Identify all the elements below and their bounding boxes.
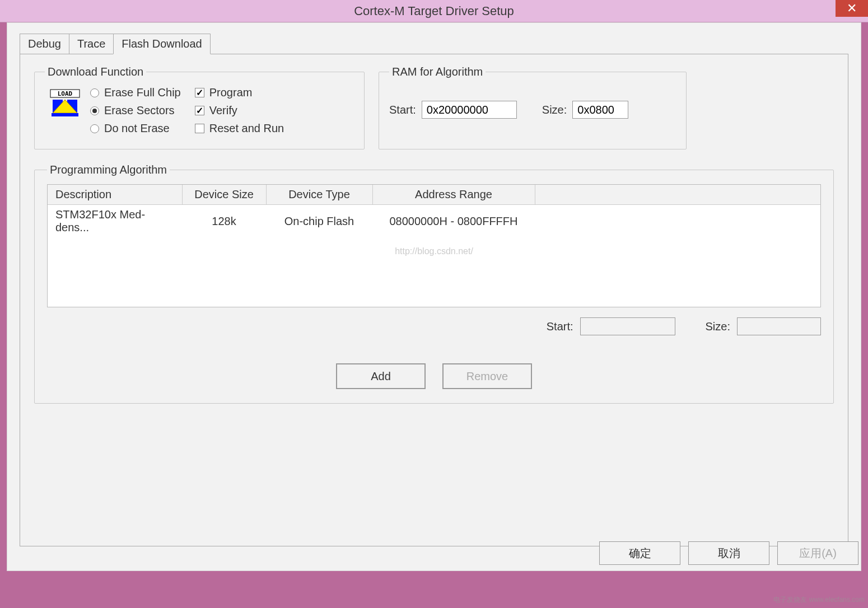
titlebar: Cortex-M Target Driver Setup ✕ — [0, 0, 868, 22]
cell-description: STM32F10x Med-dens... — [48, 205, 182, 238]
dialog-footer: 确定 取消 应用(A) — [599, 541, 858, 565]
tab-trace[interactable]: Trace — [69, 34, 114, 54]
tab-flash-download[interactable]: Flash Download — [113, 34, 210, 54]
cancel-button[interactable]: 取消 — [688, 541, 769, 565]
alg-start-input — [580, 317, 675, 335]
col-device-size[interactable]: Device Size — [182, 185, 266, 205]
check-reset-and-run[interactable]: Reset and Run — [195, 122, 284, 135]
radio-do-not-erase[interactable]: Do not Erase — [90, 122, 181, 135]
alg-size-label: Size: — [706, 320, 730, 333]
checkbox-icon — [195, 88, 204, 97]
check-verify[interactable]: Verify — [195, 104, 284, 117]
download-function-group: Download Function LOAD Erase Full Chip — [34, 66, 365, 149]
watermark-text: http://blog.csdn.net/ — [48, 246, 820, 256]
svg-text:LOAD: LOAD — [58, 90, 73, 97]
radio-icon — [90, 88, 99, 97]
col-description[interactable]: Description — [48, 185, 182, 205]
ram-start-label: Start: — [389, 104, 416, 116]
radio-label: Erase Sectors — [104, 104, 175, 117]
svg-rect-5 — [52, 113, 78, 116]
add-button[interactable]: Add — [336, 363, 426, 389]
window-title: Cortex-M Target Driver Setup — [354, 4, 514, 18]
col-spacer — [535, 185, 820, 205]
alg-start-label: Start: — [547, 320, 573, 333]
cell-address-range: 08000000H - 0800FFFFH — [372, 205, 535, 238]
close-icon: ✕ — [847, 1, 857, 16]
radio-label: Erase Full Chip — [104, 86, 181, 99]
tab-strip: Debug Trace Flash Download — [20, 31, 848, 54]
cell-device-type: On-chip Flash — [266, 205, 372, 238]
ram-for-algorithm-group: RAM for Algorithm Start: Size: — [379, 66, 687, 149]
col-address-range[interactable]: Address Range — [372, 185, 535, 205]
radio-erase-sectors[interactable]: Erase Sectors — [90, 104, 181, 117]
radio-erase-full-chip[interactable]: Erase Full Chip — [90, 86, 181, 99]
radio-icon — [90, 124, 99, 133]
dialog-content: Debug Trace Flash Download Download Func… — [7, 22, 861, 571]
alg-size-input — [737, 317, 821, 335]
apply-button: 应用(A) — [777, 541, 858, 565]
algorithm-table[interactable]: Description Device Size Device Type Addr… — [47, 184, 821, 307]
tab-debug[interactable]: Debug — [20, 34, 69, 54]
cell-device-size: 128k — [182, 205, 266, 238]
check-program[interactable]: Program — [195, 86, 284, 99]
close-button[interactable]: ✕ — [836, 0, 868, 17]
check-label: Reset and Run — [209, 122, 284, 135]
programming-algorithm-group: Programming Algorithm Description Device… — [34, 163, 834, 404]
radio-label: Do not Erase — [104, 122, 170, 135]
tab-body-flash: Download Function LOAD Erase Full Chip — [20, 54, 848, 546]
ram-size-input[interactable] — [572, 101, 628, 119]
table-row[interactable]: STM32F10x Med-dens... 128k On-chip Flash… — [48, 205, 820, 238]
radio-icon — [90, 106, 99, 115]
check-label: Verify — [209, 104, 237, 117]
ram-start-input[interactable] — [422, 101, 517, 119]
checkbox-icon — [195, 124, 204, 133]
corner-watermark: 电子发烧友 www.elecfans.com — [773, 595, 865, 605]
load-icon: LOAD — [48, 88, 82, 119]
remove-button: Remove — [442, 363, 532, 389]
col-device-type[interactable]: Device Type — [266, 185, 372, 205]
ram-size-label: Size: — [542, 104, 567, 116]
download-function-legend: Download Function — [45, 66, 146, 78]
checkbox-icon — [195, 106, 204, 115]
ram-legend: RAM for Algorithm — [389, 66, 486, 78]
prog-alg-legend: Programming Algorithm — [47, 163, 170, 176]
check-label: Program — [209, 86, 253, 99]
ok-button[interactable]: 确定 — [599, 541, 680, 565]
